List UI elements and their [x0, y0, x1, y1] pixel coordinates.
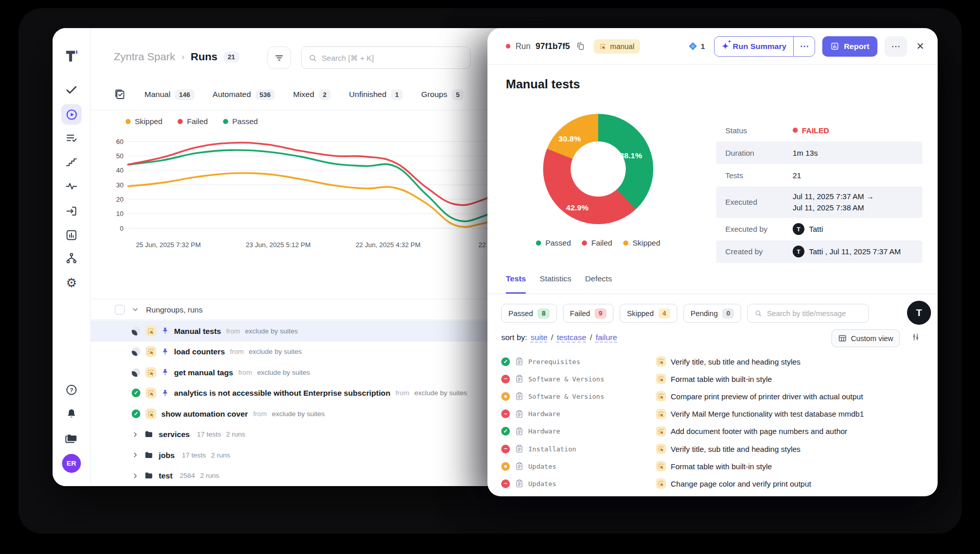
user-avatar[interactable]: ER — [62, 454, 81, 473]
breadcrumb-project[interactable]: Zyntra Spark — [114, 51, 175, 63]
test-title[interactable]: Format table with built-in style — [671, 375, 772, 383]
run-status-icon — [132, 327, 140, 335]
select-all-icon[interactable] — [114, 88, 126, 101]
test-title[interactable]: Compare print preview of printer driver … — [671, 392, 863, 401]
summary-more-button[interactable]: ⋯ — [794, 41, 815, 52]
sidebar-item-import[interactable] — [65, 205, 78, 218]
sidebar-item-plans[interactable] — [65, 132, 78, 144]
sidebar-item-activity[interactable] — [65, 180, 78, 192]
detail-tab[interactable]: Defects — [585, 274, 612, 294]
run-name[interactable]: get manual tags — [174, 368, 233, 377]
status-filter-chip[interactable]: Pending 0 — [683, 304, 741, 323]
test-suite-name[interactable]: Updates — [528, 480, 656, 488]
test-search[interactable] — [747, 304, 869, 323]
test-suite-name[interactable]: Installation — [528, 445, 656, 453]
chevron-right-icon[interactable] — [132, 431, 139, 438]
sort-suite-link[interactable]: suite — [531, 333, 548, 342]
sidebar-item-tests[interactable] — [65, 83, 78, 97]
sort-testcase-link[interactable]: testcase — [557, 333, 586, 342]
svg-text:10: 10 — [116, 210, 124, 218]
run-type-tab[interactable]: Groups 5 — [421, 89, 463, 100]
test-row[interactable]: Updates Change page color and verify pri… — [487, 475, 938, 492]
run-summary-button[interactable]: ✦✦ Run Summary ⋯ — [714, 36, 815, 57]
test-row[interactable]: Installation Verify title, sub title and… — [487, 440, 938, 457]
run-name[interactable]: load counters — [174, 347, 225, 356]
info-value: Jul 11, 2025 7:37 AM → Jul 11, 2025 7:38… — [793, 186, 874, 218]
run-name[interactable]: analytics is not accessible without Ente… — [174, 389, 390, 397]
test-title[interactable]: Verify title, sub title and heading styl… — [671, 357, 800, 366]
detail-tab[interactable]: Tests — [506, 274, 526, 294]
report-button[interactable]: Report — [822, 36, 877, 57]
custom-view-button[interactable]: Custom view — [831, 329, 900, 347]
sidebar-item-settings[interactable]: ⚙ — [66, 277, 77, 289]
detail-tab[interactable]: Statistics — [540, 274, 571, 294]
status-filter-chip[interactable]: Passed 8 — [501, 304, 557, 323]
test-row[interactable]: Updates Format table with built-in style — [487, 457, 938, 475]
sidebar-item-notifications[interactable] — [65, 407, 78, 420]
legend-item[interactable]: Skipped — [623, 238, 660, 247]
assignee-avatar[interactable]: T — [907, 301, 931, 325]
run-name[interactable]: services — [159, 430, 190, 439]
test-row[interactable]: Hardware Add document footer with page n… — [487, 423, 938, 440]
test-suite-name[interactable]: Software & Versions — [528, 393, 656, 400]
test-title[interactable]: Change page color and verify print outpu… — [671, 479, 811, 488]
test-row[interactable] — [487, 493, 938, 497]
close-icon[interactable]: ✕ — [916, 40, 924, 52]
test-suite-name[interactable]: Updates — [528, 463, 656, 470]
chevron-right-icon[interactable] — [132, 451, 139, 459]
legend-item[interactable]: Failed — [582, 238, 612, 247]
filter-button[interactable] — [267, 46, 291, 69]
run-type-tab[interactable]: Mixed 2 — [293, 89, 331, 100]
run-source[interactable]: exclude by suites — [272, 410, 325, 418]
donut-legend: Passed Failed Skipped — [517, 238, 680, 247]
test-search-input[interactable] — [767, 309, 862, 318]
test-row[interactable]: Prerequisites Verify title, sub title an… — [487, 353, 938, 370]
sidebar-item-milestones[interactable] — [65, 156, 78, 168]
test-row[interactable]: Software & Versions Compare print previe… — [487, 388, 938, 405]
test-row[interactable]: Software & Versions Format table with bu… — [487, 370, 938, 388]
status-filter-chip[interactable]: Skipped 4 — [620, 304, 677, 323]
run-name[interactable]: Manual tests — [174, 327, 221, 335]
legend-item[interactable]: Passed — [536, 238, 571, 247]
run-name[interactable]: show automation cover — [161, 410, 248, 418]
test-title[interactable]: Add document footer with page numbers an… — [671, 427, 847, 436]
more-actions-button[interactable]: ⋯ — [885, 36, 907, 57]
sidebar-item-help[interactable]: ? — [65, 383, 78, 396]
run-source[interactable]: exclude by suites — [245, 327, 298, 335]
run-type-tab[interactable]: Automated 536 — [213, 89, 275, 100]
sliders-icon[interactable] — [911, 332, 920, 342]
test-title[interactable]: Verify Mail Merge functionality with tes… — [671, 410, 864, 418]
search-input[interactable] — [322, 54, 463, 62]
test-suite-name[interactable]: Hardware — [528, 427, 656, 435]
info-value: 21 — [793, 171, 801, 180]
sort-failure-link[interactable]: failure — [596, 333, 617, 342]
run-name[interactable]: jobs — [159, 451, 175, 460]
legend-item[interactable]: Failed — [178, 117, 208, 126]
gear-icon: ⚙ — [66, 277, 77, 289]
legend-item[interactable]: Passed — [223, 117, 258, 126]
select-all-checkbox[interactable] — [115, 305, 125, 315]
run-type-tab[interactable]: Manual 146 — [144, 89, 194, 100]
test-title[interactable]: Verify title, sub title and heading styl… — [671, 445, 800, 453]
sidebar-item-analytics[interactable] — [65, 229, 78, 242]
run-name[interactable]: test — [159, 471, 173, 480]
run-source[interactable]: exclude by suites — [414, 389, 468, 397]
status-filter-chip[interactable]: Failed 9 — [563, 304, 614, 323]
sidebar-item-runs[interactable] — [61, 104, 82, 125]
clipboard-icon — [515, 374, 524, 383]
test-suite-name[interactable]: Hardware — [528, 410, 656, 418]
sidebar-item-branches[interactable] — [65, 252, 78, 264]
test-title[interactable]: Format table with built-in style — [671, 462, 772, 471]
copy-run-id-button[interactable] — [576, 41, 585, 51]
legend-item[interactable]: Skipped — [126, 117, 162, 126]
run-source[interactable]: exclude by suites — [257, 369, 310, 376]
chevron-down-icon[interactable] — [131, 305, 139, 314]
test-suite-name[interactable]: Prerequisites — [528, 358, 656, 366]
global-search[interactable] — [301, 46, 471, 69]
test-row[interactable]: Hardware Verify Mail Merge functionality… — [487, 405, 938, 423]
sidebar-item-projects[interactable] — [65, 432, 78, 445]
test-suite-name[interactable]: Software & Versions — [528, 375, 656, 383]
run-type-tab[interactable]: Unfinished 1 — [349, 89, 403, 100]
chevron-right-icon[interactable] — [132, 472, 139, 479]
run-source[interactable]: exclude by suites — [249, 348, 302, 355]
